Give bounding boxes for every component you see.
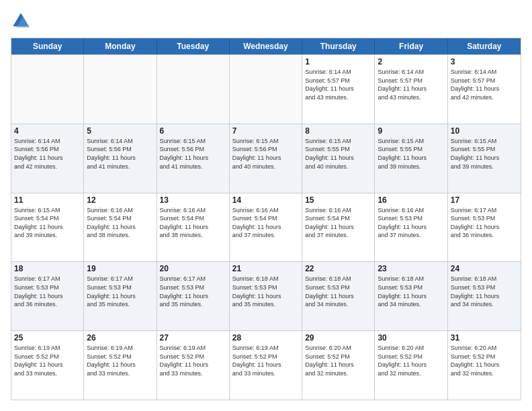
day-number: 25 (14, 333, 81, 342)
empty-cell (84, 55, 157, 124)
cell-info: Sunrise: 6:14 AM Sunset: 5:56 PM Dayligh… (87, 137, 153, 171)
calendar-cell-day-7: 7Sunrise: 6:15 AM Sunset: 5:56 PM Daylig… (230, 124, 302, 193)
day-number: 30 (378, 333, 444, 342)
day-number: 17 (451, 195, 518, 205)
calendar-cell-day-11: 11Sunrise: 6:15 AM Sunset: 5:54 PM Dayli… (11, 193, 84, 262)
day-header-friday: Friday (375, 38, 447, 54)
cell-info: Sunrise: 6:15 AM Sunset: 5:55 PM Dayligh… (378, 137, 444, 171)
calendar-cell-day-22: 22Sunrise: 6:18 AM Sunset: 5:53 PM Dayli… (302, 262, 375, 330)
cell-info: Sunrise: 6:17 AM Sunset: 5:53 PM Dayligh… (14, 275, 81, 308)
calendar-cell-day-28: 28Sunrise: 6:19 AM Sunset: 5:52 PM Dayli… (230, 331, 302, 400)
cell-info: Sunrise: 6:15 AM Sunset: 5:56 PM Dayligh… (160, 137, 226, 171)
day-number: 27 (160, 333, 226, 342)
calendar-cell-day-19: 19Sunrise: 6:17 AM Sunset: 5:53 PM Dayli… (84, 262, 157, 330)
calendar-cell-day-1: 1Sunrise: 6:14 AM Sunset: 5:57 PM Daylig… (302, 55, 375, 124)
calendar-cell-day-6: 6Sunrise: 6:15 AM Sunset: 5:56 PM Daylig… (157, 124, 230, 193)
calendar-row: 11Sunrise: 6:15 AM Sunset: 5:54 PM Dayli… (11, 193, 521, 262)
cell-info: Sunrise: 6:14 AM Sunset: 5:57 PM Dayligh… (451, 68, 518, 101)
day-header-monday: Monday (84, 38, 157, 54)
calendar-grid: 1Sunrise: 6:14 AM Sunset: 5:57 PM Daylig… (11, 54, 521, 400)
calendar-cell-day-23: 23Sunrise: 6:18 AM Sunset: 5:53 PM Dayli… (375, 262, 447, 330)
calendar-cell-day-24: 24Sunrise: 6:18 AM Sunset: 5:53 PM Dayli… (448, 262, 521, 330)
empty-cell (11, 55, 84, 124)
cell-info: Sunrise: 6:19 AM Sunset: 5:52 PM Dayligh… (14, 344, 81, 377)
day-headers-row: SundayMondayTuesdayWednesdayThursdayFrid… (11, 38, 521, 54)
calendar-cell-day-27: 27Sunrise: 6:19 AM Sunset: 5:52 PM Dayli… (157, 331, 230, 400)
calendar-cell-day-14: 14Sunrise: 6:16 AM Sunset: 5:54 PM Dayli… (230, 193, 302, 262)
calendar-cell-day-26: 26Sunrise: 6:19 AM Sunset: 5:52 PM Dayli… (84, 331, 157, 400)
calendar-row: 4Sunrise: 6:14 AM Sunset: 5:56 PM Daylig… (11, 124, 521, 193)
cell-info: Sunrise: 6:20 AM Sunset: 5:52 PM Dayligh… (451, 344, 518, 377)
day-number: 24 (451, 264, 518, 273)
calendar-cell-day-18: 18Sunrise: 6:17 AM Sunset: 5:53 PM Dayli… (11, 262, 84, 330)
calendar-cell-day-31: 31Sunrise: 6:20 AM Sunset: 5:52 PM Dayli… (448, 331, 521, 400)
calendar-cell-day-20: 20Sunrise: 6:17 AM Sunset: 5:53 PM Dayli… (157, 262, 230, 330)
cell-info: Sunrise: 6:19 AM Sunset: 5:52 PM Dayligh… (160, 344, 226, 377)
calendar-cell-day-5: 5Sunrise: 6:14 AM Sunset: 5:56 PM Daylig… (84, 124, 157, 193)
calendar-cell-day-25: 25Sunrise: 6:19 AM Sunset: 5:52 PM Dayli… (11, 331, 84, 400)
cell-info: Sunrise: 6:18 AM Sunset: 5:53 PM Dayligh… (232, 275, 299, 308)
day-number: 23 (378, 264, 444, 273)
cell-info: Sunrise: 6:16 AM Sunset: 5:54 PM Dayligh… (87, 206, 153, 240)
day-number: 8 (305, 126, 371, 136)
day-number: 18 (14, 264, 81, 273)
day-number: 12 (87, 195, 153, 205)
cell-info: Sunrise: 6:15 AM Sunset: 5:55 PM Dayligh… (305, 137, 371, 171)
day-header-saturday: Saturday (448, 38, 521, 54)
cell-info: Sunrise: 6:19 AM Sunset: 5:52 PM Dayligh… (232, 344, 299, 377)
calendar-cell-day-2: 2Sunrise: 6:14 AM Sunset: 5:57 PM Daylig… (375, 55, 447, 124)
day-header-sunday: Sunday (11, 38, 84, 54)
calendar-cell-day-10: 10Sunrise: 6:15 AM Sunset: 5:55 PM Dayli… (448, 124, 521, 193)
day-number: 3 (451, 57, 518, 66)
day-number: 15 (305, 195, 371, 205)
calendar-row: 25Sunrise: 6:19 AM Sunset: 5:52 PM Dayli… (11, 330, 521, 400)
cell-info: Sunrise: 6:15 AM Sunset: 5:54 PM Dayligh… (14, 206, 81, 240)
cell-info: Sunrise: 6:19 AM Sunset: 5:52 PM Dayligh… (87, 344, 153, 377)
calendar-cell-day-15: 15Sunrise: 6:16 AM Sunset: 5:54 PM Dayli… (302, 193, 375, 262)
cell-info: Sunrise: 6:14 AM Sunset: 5:56 PM Dayligh… (14, 137, 81, 171)
cell-info: Sunrise: 6:14 AM Sunset: 5:57 PM Dayligh… (305, 68, 371, 101)
day-number: 4 (14, 126, 81, 136)
logo (11, 11, 34, 31)
day-header-thursday: Thursday (302, 38, 375, 54)
calendar-row: 18Sunrise: 6:17 AM Sunset: 5:53 PM Dayli… (11, 261, 521, 330)
empty-cell (230, 55, 302, 124)
cell-info: Sunrise: 6:18 AM Sunset: 5:53 PM Dayligh… (451, 275, 518, 308)
day-number: 6 (160, 126, 226, 136)
day-number: 31 (451, 333, 518, 342)
day-number: 20 (160, 264, 226, 273)
cell-info: Sunrise: 6:16 AM Sunset: 5:53 PM Dayligh… (378, 206, 444, 240)
cell-info: Sunrise: 6:20 AM Sunset: 5:52 PM Dayligh… (378, 344, 444, 377)
cell-info: Sunrise: 6:20 AM Sunset: 5:52 PM Dayligh… (305, 344, 371, 377)
day-number: 22 (305, 264, 371, 273)
cell-info: Sunrise: 6:17 AM Sunset: 5:53 PM Dayligh… (87, 275, 153, 308)
cell-info: Sunrise: 6:17 AM Sunset: 5:53 PM Dayligh… (451, 206, 518, 240)
day-number: 16 (378, 195, 444, 205)
page: SundayMondayTuesdayWednesdayThursdayFrid… (0, 0, 532, 411)
day-header-wednesday: Wednesday (230, 38, 302, 54)
day-number: 9 (378, 126, 444, 136)
calendar-cell-day-30: 30Sunrise: 6:20 AM Sunset: 5:52 PM Dayli… (375, 331, 447, 400)
day-number: 14 (232, 195, 299, 205)
cell-info: Sunrise: 6:14 AM Sunset: 5:57 PM Dayligh… (378, 68, 444, 101)
day-number: 11 (14, 195, 81, 205)
cell-info: Sunrise: 6:18 AM Sunset: 5:53 PM Dayligh… (305, 275, 371, 308)
day-header-tuesday: Tuesday (157, 38, 230, 54)
calendar-cell-day-9: 9Sunrise: 6:15 AM Sunset: 5:55 PM Daylig… (375, 124, 447, 193)
calendar-cell-day-13: 13Sunrise: 6:16 AM Sunset: 5:54 PM Dayli… (157, 193, 230, 262)
cell-info: Sunrise: 6:17 AM Sunset: 5:53 PM Dayligh… (160, 275, 226, 308)
cell-info: Sunrise: 6:16 AM Sunset: 5:54 PM Dayligh… (160, 206, 226, 240)
day-number: 13 (160, 195, 226, 205)
day-number: 5 (87, 126, 153, 136)
day-number: 26 (87, 333, 153, 342)
day-number: 10 (451, 126, 518, 136)
header (11, 11, 521, 31)
day-number: 28 (232, 333, 299, 342)
calendar-cell-day-3: 3Sunrise: 6:14 AM Sunset: 5:57 PM Daylig… (448, 55, 521, 124)
calendar-cell-day-29: 29Sunrise: 6:20 AM Sunset: 5:52 PM Dayli… (302, 331, 375, 400)
day-number: 21 (232, 264, 299, 273)
cell-info: Sunrise: 6:18 AM Sunset: 5:53 PM Dayligh… (378, 275, 444, 308)
calendar: SundayMondayTuesdayWednesdayThursdayFrid… (11, 38, 521, 400)
calendar-row: 1Sunrise: 6:14 AM Sunset: 5:57 PM Daylig… (11, 54, 521, 124)
calendar-cell-day-16: 16Sunrise: 6:16 AM Sunset: 5:53 PM Dayli… (375, 193, 447, 262)
